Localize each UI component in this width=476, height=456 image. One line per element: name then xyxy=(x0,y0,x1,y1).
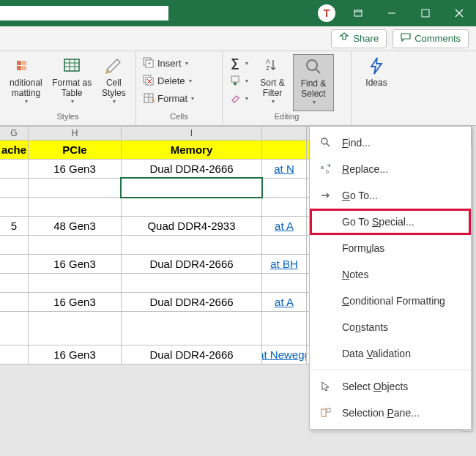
cell[interactable] xyxy=(121,178,262,198)
svg-text:b: b xyxy=(326,169,329,174)
format-button[interactable]: Format ▾ xyxy=(141,89,217,107)
cell[interactable] xyxy=(28,311,122,345)
find-select-button[interactable]: Find & Select ▾ xyxy=(293,54,334,111)
column-header[interactable]: G xyxy=(0,126,29,141)
menu-formulas[interactable]: Formulas xyxy=(310,235,471,261)
ideas-button[interactable]: Ideas xyxy=(356,54,397,111)
cell[interactable] xyxy=(0,345,29,365)
close-button[interactable] xyxy=(442,0,476,26)
user-avatar[interactable]: T xyxy=(318,4,335,22)
cell[interactable]: Dual DDR4-2666 xyxy=(121,292,262,312)
chevron-down-icon: ▾ xyxy=(313,99,316,105)
minimize-button[interactable] xyxy=(375,0,409,26)
menu-constants[interactable]: Constants xyxy=(310,314,471,340)
cell[interactable]: 16 Gen3 xyxy=(28,292,122,312)
find-select-menu: Find... ab Replace... Go To... Go To Spe… xyxy=(309,126,472,430)
clear-button[interactable]: ▾ xyxy=(227,89,252,107)
cell[interactable] xyxy=(0,178,29,198)
sort-filter-button[interactable]: AZ Sort & Filter ▾ xyxy=(253,54,291,111)
delete-button[interactable]: Delete ▾ xyxy=(141,72,217,89)
header-cell[interactable]: PCIe xyxy=(28,140,122,160)
insert-button[interactable]: + Insert ▾ xyxy=(141,54,217,72)
cell[interactable] xyxy=(0,159,29,179)
cell-link[interactable]: at A xyxy=(261,292,307,312)
cell[interactable]: 16 Gen3 xyxy=(28,345,122,365)
svg-rect-25 xyxy=(231,76,239,82)
cell[interactable] xyxy=(121,273,262,293)
cell[interactable] xyxy=(0,292,29,312)
format-as-table-button[interactable]: Format as Table ▾ xyxy=(51,54,94,111)
cell-link[interactable]: at Newegg xyxy=(261,345,307,365)
cell[interactable]: 48 Gen3 xyxy=(28,216,122,236)
menu-data-validation[interactable]: Data Validation xyxy=(310,340,471,367)
svg-text:a: a xyxy=(321,165,324,170)
svg-rect-0 xyxy=(354,10,362,16)
cell[interactable] xyxy=(261,311,307,345)
comments-button[interactable]: Comments xyxy=(393,29,469,48)
cell-link[interactable]: at N xyxy=(261,159,307,179)
menu-selection-pane[interactable]: Selection Pane... xyxy=(310,400,471,426)
chevron-down-icon: ▾ xyxy=(189,78,192,84)
cell[interactable] xyxy=(121,311,262,345)
cell[interactable] xyxy=(0,273,29,293)
header-cell[interactable] xyxy=(261,140,307,160)
cell[interactable] xyxy=(28,235,122,255)
cell-styles-button[interactable]: Cell Styles ▾ xyxy=(97,54,131,111)
menu-find[interactable]: Find... xyxy=(310,130,471,156)
group-label-editing: Editing xyxy=(223,112,351,125)
share-toolbar: Share Comments xyxy=(0,26,476,51)
cell[interactable]: Dual DDR4-2666 xyxy=(121,345,262,365)
menu-goto-special[interactable]: Go To Special... xyxy=(310,209,471,235)
chevron-down-icon: ▾ xyxy=(113,98,116,105)
column-header[interactable]: I xyxy=(121,126,262,141)
maximize-button[interactable] xyxy=(409,0,442,26)
cell[interactable] xyxy=(0,254,29,274)
column-header[interactable] xyxy=(261,126,307,141)
share-button[interactable]: Share xyxy=(331,29,387,48)
cell[interactable]: Dual DDR4-2666 xyxy=(121,254,262,274)
cell[interactable] xyxy=(261,235,307,255)
cell[interactable] xyxy=(121,197,262,217)
header-cell[interactable]: ache xyxy=(0,140,29,160)
menu-replace[interactable]: ab Replace... xyxy=(310,156,471,182)
ribbon: nditional matting ▾ Format as Table ▾ Ce… xyxy=(0,51,476,126)
cell[interactable]: 16 Gen3 xyxy=(28,159,122,179)
svg-line-31 xyxy=(327,143,330,146)
cell[interactable] xyxy=(261,178,307,198)
fill-down-icon xyxy=(228,74,242,87)
cell[interactable] xyxy=(121,235,262,255)
cell[interactable] xyxy=(261,197,307,217)
cell[interactable] xyxy=(0,235,29,255)
format-cells-icon xyxy=(142,91,155,105)
svg-rect-6 xyxy=(17,61,21,65)
menu-select-objects[interactable]: Select Objects xyxy=(310,373,471,400)
cell[interactable] xyxy=(261,273,307,293)
column-header[interactable]: H xyxy=(28,126,122,141)
cell[interactable]: Quad DDR4-2933 xyxy=(121,216,262,236)
formula-bar-input[interactable] xyxy=(0,6,168,20)
menu-conditional-formatting[interactable]: Conditional Formatting xyxy=(310,288,471,314)
cell-link[interactable]: at BH xyxy=(261,254,307,274)
cell[interactable]: Dual DDR4-2666 xyxy=(121,159,262,179)
delete-cells-icon xyxy=(142,74,155,87)
cell[interactable] xyxy=(0,311,29,345)
cell[interactable] xyxy=(28,273,122,293)
group-label-styles: Styles xyxy=(0,112,135,125)
header-cell[interactable]: Memory xyxy=(121,140,262,160)
cell[interactable] xyxy=(28,178,122,198)
replace-icon: ab xyxy=(319,162,333,176)
menu-notes[interactable]: Notes xyxy=(310,261,471,288)
fill-button[interactable]: ▾ xyxy=(227,72,252,89)
cell[interactable]: 5 xyxy=(0,216,29,236)
conditional-formatting-button[interactable]: nditional matting ▾ xyxy=(4,54,48,111)
cell[interactable]: 16 Gen3 xyxy=(28,254,122,274)
chevron-down-icon: ▾ xyxy=(25,98,28,105)
ribbon-display-options-icon[interactable] xyxy=(341,0,375,26)
search-icon xyxy=(319,135,333,150)
title-bar: T xyxy=(0,0,476,26)
menu-goto[interactable]: Go To... xyxy=(310,182,471,209)
cell[interactable] xyxy=(0,197,29,217)
autosum-button[interactable]: ∑▾ xyxy=(227,54,252,72)
cell-link[interactable]: at A xyxy=(261,216,307,236)
cell[interactable] xyxy=(28,197,122,217)
